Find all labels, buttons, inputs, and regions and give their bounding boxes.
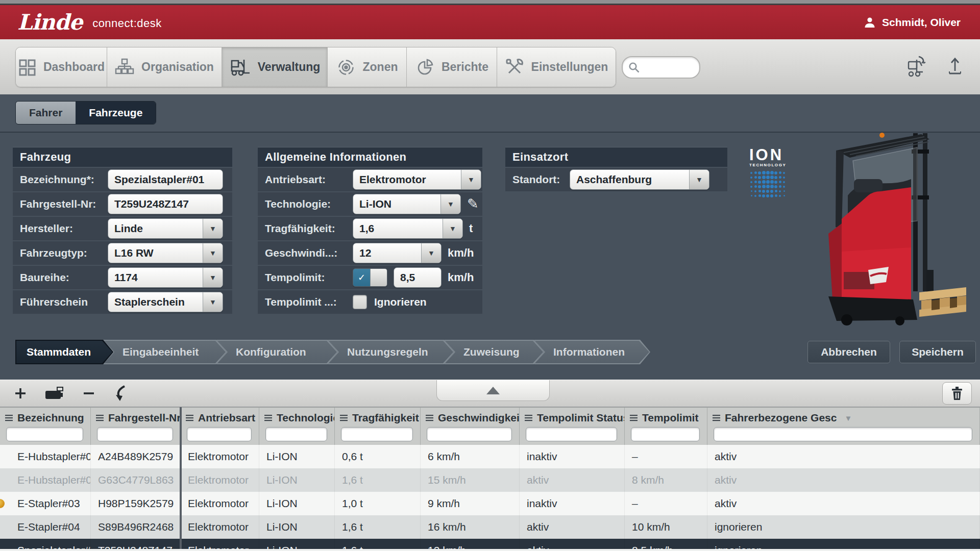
fahrzeugtyp-dropdown[interactable]: L16 RW▼	[108, 243, 223, 263]
user-menu[interactable]: Schmidt, Oliver	[864, 16, 980, 29]
cell-fahrerbezogene-gesc: aktiv	[707, 492, 980, 515]
tab-eingabeeinheit[interactable]: Eingabeeinheit	[103, 340, 227, 364]
unit-label: km/h	[448, 271, 474, 284]
tab-informationen[interactable]: Informationen	[534, 340, 650, 364]
tab-nutzungsregeln[interactable]: Nutzungsregeln	[328, 340, 454, 364]
column-menu-icon[interactable]	[713, 415, 720, 421]
subtab-fahrer[interactable]: Fahrer	[16, 102, 76, 124]
geschwindigkeit-filter-input[interactable]	[427, 427, 512, 441]
cell-fahrgestell-nr: G63C4779L863	[91, 468, 181, 492]
antriebsart-filter-input[interactable]	[187, 427, 252, 441]
tempolimit-input[interactable]: 8,5	[394, 267, 442, 288]
tempolimit-status-filter-input[interactable]	[526, 427, 617, 441]
import-arrow-button[interactable]	[113, 385, 127, 402]
chevron-down-icon[interactable]: ▼	[203, 243, 223, 263]
tab-zuweisung[interactable]: Zuweisung	[444, 340, 544, 364]
battery-button[interactable]	[45, 387, 64, 400]
global-search[interactable]	[622, 56, 700, 79]
column-menu-icon[interactable]	[525, 415, 532, 421]
ion-dot	[754, 176, 757, 179]
nav-tab-organisation[interactable]: Organisation	[107, 47, 222, 87]
column-menu-icon[interactable]	[186, 415, 193, 421]
standort-dropdown[interactable]: Aschaffenburg▼	[570, 169, 709, 190]
fahrgestell-nr-filter-input[interactable]	[97, 427, 173, 441]
fahrgestell-nr-input[interactable]: T259U248Z147	[108, 194, 223, 214]
edit-icon[interactable]: ✎	[467, 199, 479, 209]
tab-stammdaten[interactable]: Stammdaten	[15, 340, 113, 364]
column-menu-icon[interactable]	[630, 415, 638, 421]
form-row-fahrzeugtyp: Fahrzeugtyp:L16 RW▼	[13, 241, 232, 265]
remove-button[interactable]	[83, 387, 95, 399]
subtab-fahrzeuge[interactable]: Fahrzeuge	[76, 102, 156, 124]
bezeichnung-filter-input[interactable]	[6, 427, 83, 441]
ion-dot	[750, 186, 752, 188]
field-value: Linde	[108, 222, 203, 235]
field-value: T259U248Z147	[108, 198, 223, 210]
ion-dot	[751, 190, 752, 192]
table-row-e-hubstapler-02[interactable]: E-Hubstapler#02G63C4779L863ElektromotorL…	[0, 468, 980, 492]
chevron-down-icon[interactable]: ▼	[203, 268, 223, 287]
tragfähigkeit-dropdown[interactable]: 1,6▼	[353, 218, 463, 239]
nav-tab-label: Einstellungen	[531, 60, 608, 74]
column-menu-icon[interactable]	[426, 415, 433, 421]
antriebsart-dropdown[interactable]: Elektromotor▼	[353, 169, 481, 190]
tragfähigkeit-filter-input[interactable]	[341, 427, 413, 441]
column-header-top: Antriebsart▼	[186, 411, 259, 425]
tempolimit-checkbox[interactable]	[353, 295, 367, 309]
ion-dot	[770, 190, 773, 193]
chevron-down-icon[interactable]: ▼	[689, 170, 709, 189]
collapse-table-button[interactable]	[436, 380, 550, 401]
chevron-down-icon[interactable]: ▼	[203, 219, 223, 238]
ion-dot	[770, 185, 774, 188]
chevron-down-icon[interactable]: ▼	[421, 243, 441, 263]
column-menu-icon[interactable]	[5, 415, 13, 421]
cell-technologie: Li-ION	[259, 445, 335, 468]
chevron-down-icon[interactable]: ▼	[443, 219, 462, 238]
chevron-down-icon[interactable]: ▼	[203, 292, 223, 312]
table-row-e-hubstapler-01[interactable]: E-Hubstapler#01A24B489K2579ElektromotorL…	[0, 445, 980, 468]
bezeichnung-input[interactable]: Spezialstapler#01	[108, 169, 223, 190]
geschwindi-dropdown[interactable]: 12▼	[353, 243, 442, 263]
delete-row-button[interactable]	[942, 382, 972, 405]
column-menu-icon[interactable]	[264, 415, 272, 421]
column-menu-icon[interactable]	[340, 415, 348, 421]
tempolimit-filter-input[interactable]	[631, 427, 700, 441]
tab-konfiguration[interactable]: Konfiguration	[216, 340, 338, 364]
tab-label: Eingabeeinheit	[104, 346, 212, 358]
window-top-strip	[0, 0, 980, 4]
column-menu-icon[interactable]	[96, 415, 104, 421]
nav-tab-zonen[interactable]: Zonen	[328, 47, 407, 87]
forklift-image	[793, 119, 972, 329]
add-icon	[14, 387, 27, 399]
chevron-down-icon[interactable]: ▼	[440, 194, 460, 214]
add-button[interactable]	[14, 387, 27, 399]
technologie-dropdown[interactable]: Li-ION▼	[353, 194, 461, 214]
hersteller-dropdown[interactable]: Linde▼	[108, 218, 223, 239]
cell-fahrerbezogene-gesc: aktiv	[707, 468, 980, 492]
ion-dot	[779, 176, 781, 179]
baureihe-dropdown[interactable]: 1174▼	[108, 267, 223, 288]
search-input[interactable]	[642, 59, 695, 76]
field-value: Aschaffenburg	[570, 173, 689, 186]
field-label: Antriebsart:	[265, 173, 353, 186]
form-row-tragfähigkeit: Tragfähigkeit:1,6▼t	[258, 217, 482, 240]
chevron-down-icon[interactable]: ▼	[461, 170, 481, 189]
nav-tab-dashboard[interactable]: Dashboard	[16, 47, 107, 87]
fahrerbezogene-gesc-filter-input[interactable]	[714, 427, 972, 441]
führerschein-dropdown[interactable]: Staplerschein▼	[108, 292, 223, 312]
nav-tab-berichte[interactable]: Berichte	[407, 47, 497, 87]
nav-tab-verwaltung[interactable]: Verwaltung	[222, 47, 328, 87]
cell-bezeichnung: E-Hubstapler#01	[0, 445, 91, 468]
table-row-e-stapler-03[interactable]: E-Stapler#03H98P159K2579ElektromotorLi-I…	[0, 492, 980, 515]
technologie-filter-input[interactable]	[265, 427, 327, 441]
filter-icon[interactable]: ▼	[844, 414, 852, 422]
table-toolbar	[0, 380, 980, 407]
upload-icon[interactable]	[947, 57, 963, 76]
cancel-button[interactable]: Abbrechen	[807, 341, 890, 363]
table-row-e-stapler-04[interactable]: E-Stapler#04S89B496R2468ElektromotorLi-I…	[0, 515, 980, 539]
tempolimit-toggle[interactable]: ✓	[353, 268, 387, 287]
field-label: Fahrzeugtyp:	[20, 247, 108, 259]
nav-tab-einstellungen[interactable]: Einstellungen	[497, 47, 616, 87]
forklift-transfer-icon[interactable]	[903, 55, 930, 78]
save-button[interactable]: Speichern	[899, 341, 976, 363]
